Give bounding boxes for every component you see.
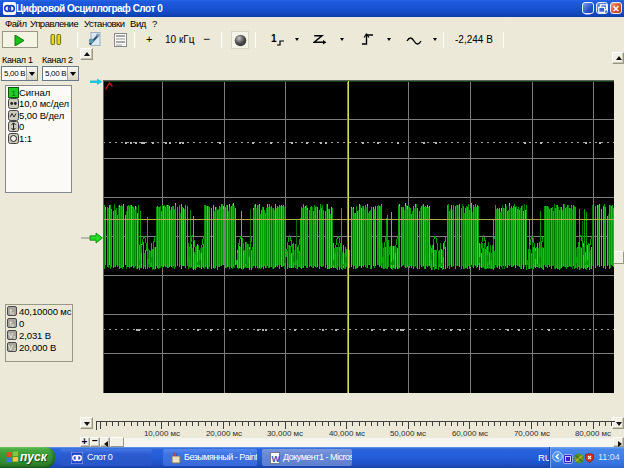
svg-text:30,000 мс: 30,000 мс [267,429,303,438]
svg-text:50,000 мс: 50,000 мс [390,429,426,438]
svg-text:10,000 мс: 10,000 мс [144,429,180,438]
svg-text:80,000 мс: 80,000 мс [575,429,611,438]
svg-text:1: 1 [271,33,277,44]
svg-text:40,000 мс: 40,000 мс [329,429,365,438]
svg-text:1: 1 [12,89,17,98]
svg-text:20,000 мс: 20,000 мс [206,429,242,438]
svg-text:60,000 мс: 60,000 мс [452,429,488,438]
svg-text:70,000 мс: 70,000 мс [514,429,550,438]
svg-text:W: W [272,453,281,463]
